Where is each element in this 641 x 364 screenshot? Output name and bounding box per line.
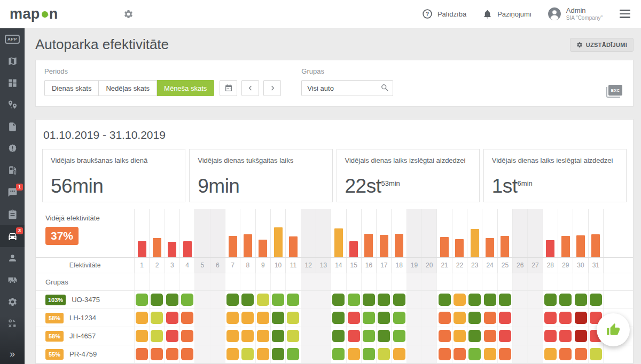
chart-bar-day-16 <box>364 234 373 257</box>
calendar-button[interactable] <box>220 80 237 96</box>
sidebar-item-settings[interactable] <box>0 291 25 313</box>
chart-bar-day-21 <box>440 237 449 257</box>
efficiency-square <box>468 348 481 360</box>
day-number-16: 16 <box>361 258 376 273</box>
page-settings-button[interactable]: UZSTĀDĪJUMI <box>570 38 634 52</box>
efficiency-square <box>287 330 299 342</box>
vehicle-UO-3475-day-27 <box>527 291 542 308</box>
sidebar-item-messages[interactable]: 1 <box>0 181 25 203</box>
efficiency-square <box>468 330 481 342</box>
efficiency-square <box>499 348 511 360</box>
day-number-27: 27 <box>527 258 542 273</box>
day-number-26: 26 <box>512 258 527 273</box>
sidebar-item-trailers[interactable] <box>0 269 25 291</box>
expand-sidebar-icon[interactable]: » <box>0 349 25 360</box>
groups-search-input[interactable] <box>301 80 393 96</box>
help-button[interactable]: ? Palīdzība <box>422 9 466 19</box>
sidebar-item-fuel[interactable] <box>0 160 25 181</box>
efficiency-square <box>241 312 254 324</box>
vehicle-UO-3475-day-23 <box>467 291 482 308</box>
stat-card-ignition-on: Vidējais dienas laiks ieslēgtai aizdedze… <box>483 149 627 202</box>
sidebar-item-app[interactable]: APP <box>0 28 25 50</box>
sidebar-item-alerts[interactable] <box>0 138 25 160</box>
user-company: SIA "Company" <box>566 15 603 21</box>
day-number-18: 18 <box>391 258 406 273</box>
avatar-icon <box>548 7 561 21</box>
vehicle-row-LH-1234[interactable]: 58%LH-1234 <box>36 309 633 327</box>
sidebar-item-tasks[interactable] <box>0 203 25 225</box>
vehicle-UO-3475-day-16 <box>361 291 376 308</box>
vehicle-JH-4657-day-6 <box>210 327 225 345</box>
avg-efficiency-label: Vidējā efektivitāte <box>45 214 134 222</box>
search-icon[interactable] <box>380 83 389 92</box>
prev-period-button[interactable] <box>241 80 259 96</box>
day-number-24: 24 <box>482 258 497 273</box>
groups-day-col-1 <box>134 273 149 290</box>
vehicle-LH-1234-day-9 <box>255 309 270 327</box>
logo[interactable]: mapn <box>10 6 58 22</box>
vehicle-LH-1234-day-16 <box>361 309 376 327</box>
period-daily-button[interactable]: Dienas skats <box>44 80 99 96</box>
efficiency-chart: Vidējā efektivitāte 37% <box>36 209 633 257</box>
groups-day-col-31 <box>588 273 603 290</box>
gear-icon <box>7 297 18 307</box>
page-title: Autoparka efektivitāte <box>35 36 169 53</box>
vehicle-row-PR-4759[interactable]: 55%PR-4759 <box>36 345 633 363</box>
vehicle-LH-1234-day-19 <box>407 309 421 327</box>
vehicle-JH-4657-day-21 <box>436 327 451 345</box>
sidebar-item-map[interactable] <box>0 50 25 72</box>
sidebar-item-reports[interactable] <box>0 116 25 138</box>
vehicle-row-UO-3475[interactable]: 103%UO-3475 <box>36 291 633 309</box>
day-number-19: 19 <box>407 258 421 273</box>
efficiency-square <box>559 348 572 360</box>
next-period-button[interactable] <box>263 80 281 96</box>
vehicle-LH-1234-day-3 <box>165 309 179 327</box>
vehicle-JH-4657-day-1 <box>134 327 149 345</box>
vehicle-PR-4759-day-19 <box>407 345 421 363</box>
user-menu[interactable]: Admin SIA "Company" <box>548 7 603 21</box>
vehicle-PR-4759-day-17 <box>376 345 391 363</box>
vehicle-PR-4759-day-26 <box>512 345 527 363</box>
logo-text-post: n <box>49 6 58 22</box>
vehicle-LH-1234-day-12 <box>301 309 316 327</box>
export-excel-button[interactable]: EXC <box>608 85 622 96</box>
efficiency-square <box>272 348 284 360</box>
vehicle-UO-3475-day-8 <box>240 291 255 308</box>
vehicle-UO-3475-day-31 <box>588 291 603 308</box>
vehicle-PR-4759-day-5 <box>194 345 209 363</box>
efficiency-square <box>181 348 193 360</box>
efficiency-square <box>575 330 587 342</box>
efficiency-square <box>226 294 239 306</box>
sidebar-item-drivers[interactable] <box>0 247 25 269</box>
vehicle-PR-4759-day-4 <box>179 345 194 363</box>
notifications-button[interactable]: Paziņojumi <box>482 9 531 19</box>
day-number-29: 29 <box>558 258 573 273</box>
chart-day-col-27 <box>527 209 542 257</box>
vehicle-row-JH-4657[interactable]: 58%JH-4657 <box>36 327 633 345</box>
period-weekly-button[interactable]: Nedēļas skats <box>99 80 157 96</box>
header-settings-button[interactable] <box>123 9 134 19</box>
groups-day-col-23 <box>467 273 482 290</box>
sidebar-item-tools[interactable] <box>0 313 25 335</box>
svg-text:?: ? <box>426 11 429 17</box>
menu-button[interactable] <box>619 9 631 19</box>
vehicle-JH-4657-day-29 <box>558 327 573 345</box>
efficiency-square <box>454 348 466 360</box>
efficiency-square <box>393 294 405 306</box>
efficiency-square <box>378 312 390 324</box>
stat-card-ignition-off: Vidējais dienas laiks izslēgtai aizdedze… <box>337 149 480 202</box>
sidebar-item-fleet[interactable]: 3 <box>0 225 25 247</box>
chart-day-col-11 <box>285 209 300 257</box>
day-number-2: 2 <box>149 258 164 273</box>
logo-pin-icon <box>42 11 48 18</box>
logo-text-pre: map <box>10 6 40 22</box>
chart-bar-day-8 <box>244 234 252 257</box>
day-number-15: 15 <box>346 258 361 273</box>
feedback-fab-button[interactable] <box>597 313 630 346</box>
sidebar-item-routes[interactable] <box>0 94 25 116</box>
chart-bar-day-1 <box>138 241 146 257</box>
efficiency-square <box>181 312 193 324</box>
efficiency-square <box>575 348 587 360</box>
period-monthly-button[interactable]: Mēneša skats <box>157 80 214 96</box>
sidebar-item-dashboard[interactable] <box>0 72 25 94</box>
